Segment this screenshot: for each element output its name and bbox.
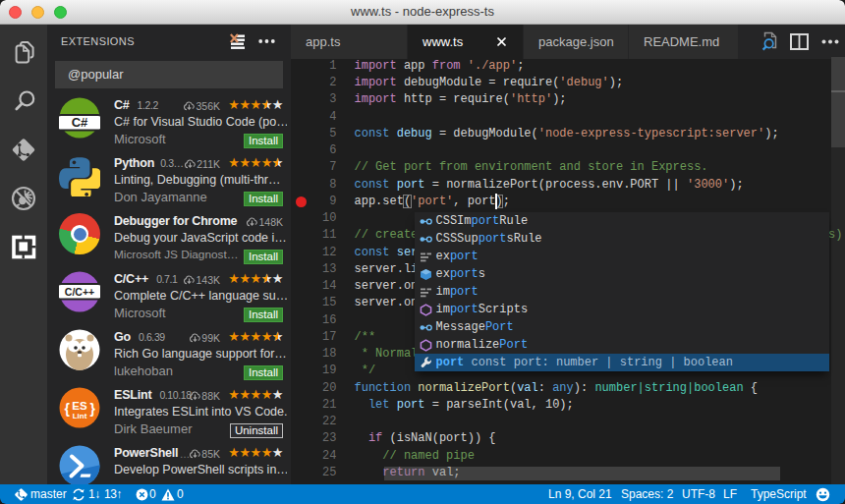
svg-text:ES: ES: [72, 400, 87, 412]
svg-text:C#: C#: [72, 115, 88, 130]
svg-text:}: }: [90, 401, 96, 417]
svg-text:{: {: [65, 401, 71, 417]
svg-text:Lint: Lint: [73, 412, 87, 420]
svg-text:C/C++: C/C++: [65, 286, 94, 298]
